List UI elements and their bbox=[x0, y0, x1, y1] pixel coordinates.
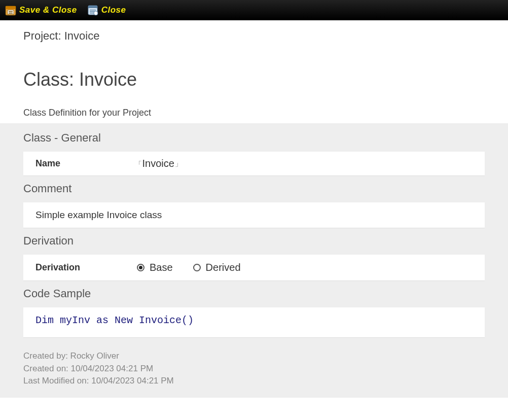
created-on-label: Created on: bbox=[23, 364, 71, 373]
save-and-close-label: Save & Close bbox=[19, 5, 77, 15]
svg-rect-9 bbox=[90, 13, 94, 14]
save-and-close-button[interactable]: Save & Close bbox=[4, 4, 77, 17]
radio-derived-label: Derived bbox=[206, 262, 241, 273]
section-code-sample-heading: Code Sample bbox=[23, 287, 485, 300]
svg-rect-3 bbox=[9, 11, 13, 12]
close-icon bbox=[86, 4, 99, 17]
close-label: Close bbox=[101, 5, 126, 15]
section-comment-heading: Comment bbox=[23, 182, 485, 195]
derivation-row: Derivation Base Derived bbox=[23, 255, 485, 281]
project-prefix: Project: bbox=[23, 29, 64, 42]
svg-rect-7 bbox=[90, 10, 96, 11]
name-field[interactable]: ┌ Invoice ┘ bbox=[137, 158, 179, 169]
radio-icon bbox=[137, 264, 144, 271]
modified-on-value: 10/04/2023 04:21 PM bbox=[91, 376, 174, 386]
form-body: Class - General Name ┌ Invoice ┘ Comment… bbox=[0, 123, 508, 398]
name-input[interactable]: Invoice bbox=[142, 158, 174, 169]
main-toolbar: Save & Close Close bbox=[0, 0, 508, 20]
name-label: Name bbox=[35, 158, 137, 169]
project-breadcrumb: Project: Invoice bbox=[23, 29, 485, 43]
class-prefix: Class: bbox=[23, 69, 79, 90]
radio-base-label: Base bbox=[150, 262, 173, 273]
derivation-base-radio[interactable]: Base bbox=[137, 262, 173, 273]
svg-rect-4 bbox=[9, 13, 13, 14]
class-definition-subtitle: Class Definition for your Project bbox=[23, 108, 485, 118]
modified-on-label: Last Modified on: bbox=[23, 376, 91, 386]
section-general-heading: Class - General bbox=[23, 131, 485, 145]
created-on-value: 10/04/2023 04:21 PM bbox=[71, 364, 154, 373]
name-row: Name ┌ Invoice ┘ bbox=[23, 152, 485, 176]
field-corner-tl: ┌ bbox=[137, 158, 141, 164]
code-sample-value[interactable]: Dim myInv as New Invoice() bbox=[23, 307, 485, 338]
save-icon bbox=[4, 4, 17, 17]
created-by-value: Rocky Oliver bbox=[70, 351, 119, 361]
svg-rect-1 bbox=[6, 6, 16, 9]
derivation-label: Derivation bbox=[35, 262, 137, 273]
project-name: Invoice bbox=[64, 29, 100, 42]
close-button[interactable]: Close bbox=[86, 4, 126, 17]
svg-rect-2 bbox=[8, 10, 14, 14]
field-corner-br: ┘ bbox=[175, 163, 180, 169]
radio-icon bbox=[193, 264, 201, 271]
derivation-derived-radio[interactable]: Derived bbox=[193, 262, 241, 273]
comment-value[interactable]: Simple example Invoice class bbox=[23, 202, 485, 228]
created-by-label: Created by: bbox=[23, 351, 70, 361]
class-title: Class: Invoice bbox=[23, 69, 485, 90]
svg-rect-6 bbox=[88, 6, 97, 8]
svg-point-10 bbox=[94, 11, 98, 15]
section-derivation-heading: Derivation bbox=[23, 234, 485, 248]
class-name: Invoice bbox=[79, 69, 137, 90]
metadata-block: Created by: Rocky Oliver Created on: 10/… bbox=[23, 350, 485, 388]
